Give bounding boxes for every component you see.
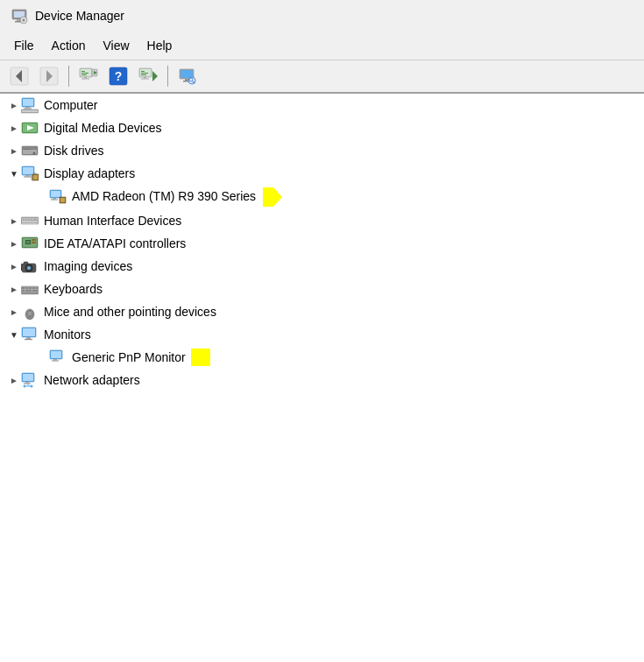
svg-rect-72 <box>25 219 27 221</box>
expand-computer[interactable]: ► <box>7 98 21 112</box>
tree-item-hid[interactable]: ► Human Interface Devices <box>0 209 644 232</box>
keyboards-icon <box>21 280 39 298</box>
display-adapters-icon <box>21 165 39 182</box>
monitors-icon <box>21 326 39 343</box>
imaging-icon <box>21 257 39 275</box>
expand-mice[interactable]: ► <box>7 305 21 319</box>
svg-rect-26 <box>144 77 146 79</box>
expand-digital-media[interactable]: ► <box>7 121 21 135</box>
svg-rect-53 <box>24 177 32 178</box>
ide-label: IDE ATA/ATAPI controllers <box>44 236 186 250</box>
menu-help[interactable]: Help <box>140 35 180 56</box>
svg-rect-114 <box>24 384 31 384</box>
svg-rect-86 <box>24 262 28 264</box>
expand-ide[interactable]: ► <box>7 236 21 250</box>
svg-rect-62 <box>51 191 60 197</box>
menu-view[interactable]: View <box>96 35 136 56</box>
svg-rect-51 <box>23 167 33 174</box>
disk-drives-icon <box>21 142 39 159</box>
display-adapters-label: Display adapters <box>44 166 135 180</box>
svg-rect-25 <box>141 74 146 75</box>
expand-keyboards[interactable]: ► <box>7 282 21 296</box>
tree-item-generic-monitor[interactable]: ► Generic PnP Monitor <box>0 346 644 369</box>
mice-icon <box>21 303 39 320</box>
svg-rect-95 <box>22 290 25 292</box>
svg-rect-66 <box>60 198 65 202</box>
tree-item-digital-media[interactable]: ► Digital Media Devices <box>0 116 644 139</box>
menu-action[interactable]: Action <box>45 35 93 56</box>
svg-text:?: ? <box>115 69 123 83</box>
svg-rect-27 <box>141 79 149 80</box>
yellow-highlight-2 <box>191 349 210 366</box>
expand-network[interactable]: ► <box>7 373 21 387</box>
svg-rect-71 <box>23 219 25 221</box>
yellow-highlight-1 <box>263 187 282 207</box>
tree-item-disk-drives[interactable]: ► Disk drives <box>0 139 644 162</box>
generic-monitor-icon <box>49 349 67 366</box>
svg-rect-113 <box>25 382 29 384</box>
svg-rect-98 <box>22 292 38 294</box>
imaging-label: Imaging devices <box>44 259 132 273</box>
disk-drives-label: Disk drives <box>44 144 103 158</box>
svg-rect-105 <box>26 337 31 339</box>
svg-point-118 <box>31 385 33 388</box>
expand-monitors[interactable]: ▼ <box>7 327 21 342</box>
svg-rect-94 <box>36 287 38 289</box>
svg-point-48 <box>33 152 36 155</box>
svg-rect-37 <box>23 99 33 106</box>
hid-label: Human Interface Devices <box>44 214 181 228</box>
svg-rect-109 <box>53 359 57 361</box>
svg-rect-73 <box>28 219 30 221</box>
svg-rect-80 <box>32 239 36 241</box>
menu-file[interactable]: File <box>7 35 41 56</box>
back-button[interactable] <box>5 64 33 88</box>
svg-rect-69 <box>22 221 38 222</box>
svg-rect-49 <box>24 149 31 150</box>
update-driver-button[interactable] <box>134 64 162 88</box>
help-button[interactable]: ? <box>104 64 132 88</box>
app-icon <box>11 7 28 25</box>
expand-imaging[interactable]: ► <box>7 259 21 273</box>
svg-rect-91 <box>25 287 28 289</box>
tree-item-amd-radeon[interactable]: ► AMD Radeon (TM) R9 390 Series <box>0 185 644 209</box>
amd-radeon-label: AMD Radeon (TM) R9 390 Series <box>72 187 282 207</box>
computer-properties-button[interactable] <box>173 64 202 88</box>
keyboards-label: Keyboards <box>44 282 103 296</box>
svg-rect-63 <box>53 198 56 200</box>
tree-item-mice[interactable]: ► Mice and other pointing devices <box>0 300 644 323</box>
tree-item-display-adapters[interactable]: ▼ Display adapters <box>0 162 644 185</box>
svg-rect-64 <box>51 200 58 201</box>
svg-rect-104 <box>23 328 35 336</box>
svg-rect-81 <box>32 242 36 243</box>
tree-item-keyboards[interactable]: ► Keyboards <box>0 278 644 300</box>
tree-item-monitors[interactable]: ▼ Monitors <box>0 323 644 346</box>
svg-rect-74 <box>31 219 32 221</box>
forward-button[interactable] <box>35 64 63 88</box>
expand-display-adapters[interactable]: ▼ <box>7 166 21 180</box>
svg-rect-96 <box>25 290 32 292</box>
svg-rect-12 <box>81 71 85 72</box>
svg-rect-70 <box>22 223 38 224</box>
svg-rect-55 <box>33 175 38 180</box>
svg-rect-24 <box>141 73 148 74</box>
expand-hid[interactable]: ► <box>7 214 21 228</box>
svg-rect-102 <box>29 313 31 314</box>
svg-rect-106 <box>25 339 32 340</box>
tree-item-network-adapters[interactable]: ► Network adapters <box>0 369 644 391</box>
title-bar: Device Manager <box>0 0 644 32</box>
mice-label: Mice and other pointing devices <box>44 305 216 319</box>
svg-rect-39 <box>24 109 32 109</box>
svg-rect-90 <box>22 287 25 289</box>
tree-item-imaging[interactable]: ► Imaging devices <box>0 255 644 278</box>
app-title: Device Manager <box>35 9 124 23</box>
hid-icon <box>21 212 39 229</box>
expand-disk-drives[interactable]: ► <box>7 144 21 158</box>
svg-rect-13 <box>81 73 88 74</box>
tree-item-computer[interactable]: ► Computer <box>0 94 644 116</box>
tree-item-ide[interactable]: ► IDE ATA/ATAPI controllers <box>0 232 644 255</box>
svg-rect-93 <box>32 287 35 289</box>
svg-rect-41 <box>22 110 38 112</box>
properties-button[interactable] <box>74 64 103 88</box>
digital-media-label: Digital Media Devices <box>44 121 162 135</box>
svg-rect-14 <box>81 74 87 75</box>
